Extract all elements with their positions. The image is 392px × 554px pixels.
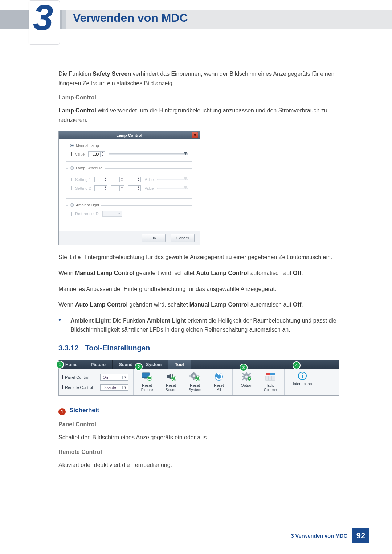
dialog-title: Lamp Control [116, 133, 142, 138]
content-area: Die Funktion Safety Screen verhindert da… [58, 69, 352, 476]
value-spinner[interactable]: ▲▼ [88, 151, 105, 157]
reset-system-button[interactable]: ResetSystem [184, 372, 205, 393]
tab-home[interactable]: Home 1 [59, 360, 84, 369]
text: Remote Control [65, 385, 93, 390]
section-number: 3.3.12 [58, 344, 79, 352]
chevron-down-icon[interactable]: ▼ [101, 154, 105, 157]
spin-input[interactable] [95, 186, 103, 190]
time-spinner[interactable]: ▲▼ [94, 177, 107, 182]
button-label: Information [293, 382, 312, 386]
tab-system[interactable]: System [139, 360, 168, 369]
radio-manual-lamp[interactable] [70, 144, 74, 147]
dialog-footer: OK Cancel [59, 231, 200, 245]
spinner-buttons[interactable]: ▲▼ [100, 152, 105, 157]
option-button[interactable]: Option [236, 372, 257, 393]
spin-input[interactable] [128, 186, 136, 190]
information-button[interactable]: i Information [287, 372, 317, 393]
dialog-body: Manual Lamp Value ▲▼ [59, 139, 200, 231]
value-label: Value [144, 178, 154, 182]
heading-sicherheit: 1Sicherheit [58, 407, 352, 415]
lamp-control-dialog: Lamp Control x Manual Lamp Value ▲▼ [58, 131, 200, 245]
callout-1: 1 [57, 361, 63, 368]
edit-column-button[interactable]: EditColumn [260, 372, 281, 393]
group-lamp-schedule: Lamp Schedule Setting 1 ▲▼ ▲▼ ▲▼ Value S… [66, 168, 192, 199]
gear-refresh-icon [189, 372, 201, 382]
slider-thumb-icon[interactable] [184, 152, 187, 155]
value-input[interactable] [89, 152, 100, 156]
combo-value: Disable [103, 385, 116, 390]
svg-rect-20 [242, 378, 244, 381]
text: automatisch auf [249, 301, 293, 308]
spin-input[interactable] [111, 186, 119, 190]
svg-rect-16 [242, 376, 244, 377]
ok-button[interactable]: OK [142, 234, 166, 242]
paragraph-auto-manual: Wenn Auto Lamp Control geändert wird, sc… [58, 300, 352, 309]
value-slider[interactable] [157, 188, 188, 189]
svg-rect-1 [144, 378, 147, 379]
section-heading-3312: 3.3.12Tool-Einstellungen [58, 344, 352, 352]
bullet-icon: • [58, 316, 61, 335]
tab-picture[interactable]: Picture [84, 360, 113, 369]
tab-tool[interactable]: Tool [168, 360, 191, 369]
paragraph-manual-adjust: Manuelles Anpassen der Hintergrundbeleuc… [58, 284, 352, 294]
paragraph-after-dialog: Stellt die Hintergrundbeleuchtung für da… [58, 253, 352, 262]
tab-label: Tool [175, 362, 184, 367]
button-label: ResetSystem [188, 383, 201, 392]
svg-rect-14 [246, 372, 247, 374]
group-label: Manual Lamp [76, 143, 99, 148]
reset-sound-button[interactable]: ResetSound [160, 372, 181, 393]
time-spinner[interactable]: ▲▼ [111, 177, 124, 182]
footer-text: 3 Verwenden von MDC [291, 533, 347, 539]
chevron-down-icon[interactable]: ▼ [117, 211, 122, 216]
value-slider[interactable] [109, 153, 188, 155]
heading-text: Sicherheit [69, 407, 99, 414]
page-footer: 3 Verwenden von MDC 92 [291, 528, 369, 543]
tab-sound[interactable]: Sound 2 [113, 360, 139, 369]
chevron-down-icon[interactable]: ▼ [122, 386, 128, 389]
text: . [301, 301, 303, 308]
group-label: Lamp Schedule [76, 166, 102, 170]
value-slider[interactable] [157, 179, 188, 180]
time-spinner[interactable]: ▲▼ [128, 177, 141, 182]
text: automatisch auf [249, 270, 293, 276]
button-label: ResetSound [166, 383, 176, 392]
bullet-list: • Ambient Light: Die Funktion Ambient Li… [58, 316, 352, 335]
svg-rect-7 [193, 378, 195, 380]
cancel-button[interactable]: Cancel [171, 234, 195, 242]
time-spinner[interactable]: ▲▼ [94, 185, 107, 191]
close-icon[interactable]: x [192, 132, 198, 138]
reset-picture-button[interactable]: ResetPicture [136, 372, 158, 393]
time-spinner[interactable]: ▲▼ [111, 185, 124, 191]
text: Panel Control [65, 375, 89, 379]
text: wird verwendet, um die Hintergrundbeleuc… [58, 107, 327, 123]
reference-id-dropdown[interactable]: ▼ [102, 211, 122, 217]
svg-rect-17 [249, 376, 251, 377]
bold: Ambient Light [70, 317, 110, 324]
panel-control-dropdown[interactable]: On▼ [100, 374, 128, 381]
spin-input[interactable] [111, 178, 119, 182]
button-label: ResetAll [214, 383, 224, 392]
remote-control-dropdown[interactable]: Disable▼ [100, 384, 128, 391]
reset-all-button[interactable]: ResetAll [208, 372, 229, 393]
bold: Auto Lamp Control [75, 301, 128, 308]
paragraph-panel-control: Schaltet den Bildschirm eines Anzeigeger… [58, 433, 352, 442]
spin-input[interactable] [128, 178, 136, 182]
refresh-all-icon [213, 372, 225, 382]
setting-label: Setting 1 [75, 177, 91, 182]
gear-icon [240, 372, 253, 382]
chevron-up-icon[interactable]: ▲ [101, 152, 105, 154]
reference-id-label: Reference ID [75, 212, 99, 216]
chevron-down-icon[interactable]: ▼ [122, 376, 128, 379]
radio-lamp-schedule[interactable] [70, 166, 74, 170]
slider-thumb-icon[interactable] [184, 186, 187, 189]
setting-label: Setting 2 [75, 186, 91, 190]
slider-thumb-icon[interactable] [184, 177, 187, 180]
dialog-titlebar[interactable]: Lamp Control x [59, 131, 200, 139]
list-item: • Ambient Light: Die Funktion Ambient Li… [58, 316, 352, 335]
paragraph-remote-control: Aktiviert oder deaktiviert die Fernbedie… [58, 460, 352, 470]
time-spinner[interactable]: ▲▼ [128, 185, 141, 191]
spin-input[interactable] [95, 178, 103, 182]
combo-value: On [103, 375, 108, 379]
radio-ambient-light[interactable] [70, 203, 74, 207]
text: geändert wird, schaltet [135, 270, 196, 276]
